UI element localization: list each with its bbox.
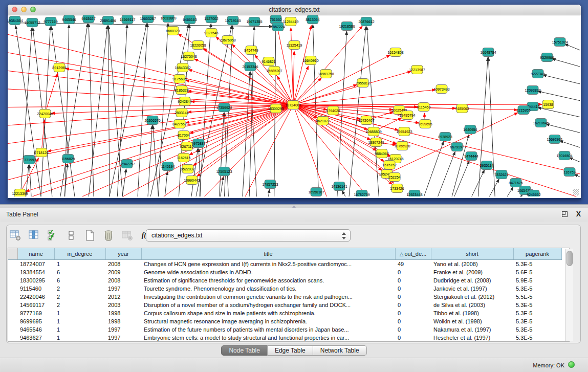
column-header-short[interactable]: short [431, 248, 513, 260]
graph-node[interactable]: 15720407 [358, 116, 374, 125]
graph-node[interactable]: 12213399 [12, 189, 28, 197]
table-vertical-scrollbar[interactable] [565, 249, 573, 341]
table-row[interactable]: 1872400712008Changes of HCN gene express… [8, 260, 561, 269]
table-cell[interactable]: 0 [395, 276, 431, 285]
table-cell[interactable]: 2003 [105, 301, 141, 309]
graph-node[interactable]: 14055712 [24, 18, 40, 27]
graph-node[interactable]: 20891406 [100, 16, 116, 25]
graph-node[interactable]: 1640954 [463, 125, 477, 134]
graph-node[interactable]: 8427552 [172, 120, 186, 128]
graph-node[interactable]: 10688809 [365, 127, 381, 136]
table-cell[interactable]: 5.3E-5 [513, 317, 561, 325]
table-cell[interactable]: 5.5E-5 [513, 293, 561, 301]
graph-node[interactable]: 33199 [24, 156, 35, 164]
table-cell[interactable]: 0 [395, 268, 431, 276]
network-window-titlebar[interactable]: citations_edges.txt [8, 5, 581, 15]
table-cell[interactable]: 1998 [105, 309, 141, 317]
table-cell[interactable]: 5.3E-5 [513, 285, 561, 293]
table-row[interactable]: 946554611997Estimation of the future num… [8, 325, 561, 334]
graph-node[interactable]: 16782759 [354, 190, 369, 197]
graph-node[interactable]: 17016504 [556, 151, 572, 160]
table-cell[interactable]: Investigating the contribution of common… [141, 293, 395, 301]
table-cell[interactable]: 1997 [105, 285, 141, 293]
graph-node[interactable]: 8215955 [516, 106, 530, 115]
table-cell[interactable]: 14569117 [17, 301, 54, 309]
graph-node[interactable]: 9621072 [316, 117, 330, 125]
graph-node[interactable]: 19218586 [339, 22, 355, 31]
graph-node[interactable]: 6679197 [450, 143, 464, 151]
graph-node[interactable]: 12505123 [216, 167, 232, 176]
column-header-in_degree[interactable]: in_degree [54, 248, 105, 260]
citation-network-graph[interactable]: 1938455414055712977716994655469463627208… [8, 15, 580, 196]
graph-node[interactable]: 18724007 [285, 101, 301, 110]
graph-node[interactable]: 10756928 [394, 142, 410, 150]
graph-node[interactable]: 19671355 [246, 17, 262, 26]
graph-node[interactable]: 12213987 [409, 65, 425, 74]
graph-node[interactable]: 9699695 [418, 120, 432, 128]
table-row[interactable]: 911546021997Tourette syndrome. Phenomeno… [8, 285, 561, 293]
graph-node[interactable]: 18300295 [268, 104, 284, 113]
table-cell[interactable]: Estimation of the future numbers of pati… [141, 325, 395, 334]
table-cell[interactable]: 18300295 [17, 276, 54, 285]
graph-node[interactable]: 10990443 [184, 176, 200, 185]
graph-node[interactable]: 15692931 [547, 135, 562, 144]
graph-node[interactable]: 1156829 [61, 155, 75, 163]
table-cell[interactable]: 6 [54, 268, 105, 276]
resize-grip-icon[interactable] [573, 189, 579, 195]
table-cell[interactable]: Embryonic stem cells: a model to study s… [141, 334, 395, 342]
table-cell[interactable]: 9465546 [17, 325, 54, 334]
graph-node[interactable]: 20206576 [144, 116, 160, 125]
graph-node[interactable]: 16640910 [302, 56, 318, 65]
table-row[interactable]: 1830029562008Estimation of significance … [8, 276, 561, 285]
graph-node[interactable]: 1527002 [204, 15, 218, 23]
table-cell[interactable]: 5.6E-5 [513, 268, 561, 276]
table-cell[interactable]: 5.3E-5 [513, 301, 561, 309]
graph-node[interactable]: 9522037 [181, 165, 194, 173]
table-cell[interactable]: 1998 [105, 317, 141, 325]
table-cell[interactable]: 1 [54, 325, 105, 334]
column-header-year[interactable]: year [105, 248, 141, 260]
table-cell[interactable]: Jankovic et al. (1997) [431, 285, 513, 293]
table-cell[interactable]: 0 [395, 309, 431, 317]
table-cell[interactable]: 1 [54, 309, 105, 317]
graph-node[interactable]: 11325419 [287, 41, 302, 50]
graph-node[interactable]: 14136141 [331, 182, 347, 191]
table-cell[interactable]: Genome-wide association studies in ADHD. [141, 268, 395, 276]
table-cell[interactable]: 9777169 [17, 309, 54, 317]
graph-node[interactable]: 10653287 [140, 15, 156, 23]
table-cell[interactable]: 2009 [105, 268, 141, 276]
graph-node[interactable]: 15685207 [266, 67, 282, 75]
close-panel-icon[interactable]: X [576, 210, 581, 218]
graph-node[interactable]: 7857224 [271, 23, 285, 31]
tab-network-table[interactable]: Network Table [313, 345, 367, 356]
graph-node[interactable]: 7485063 [455, 104, 469, 113]
table-cell[interactable]: 22420046 [17, 293, 54, 301]
table-row[interactable]: 1938455462009Genome-wide association stu… [8, 268, 561, 276]
graph-node[interactable]: 16275048 [181, 52, 197, 61]
table-cell[interactable]: Structural magnetic resonance image aver… [141, 317, 395, 325]
table-cell[interactable]: Yano et al. (2008) [431, 260, 513, 269]
graph-node[interactable]: 2718126 [34, 148, 48, 157]
graph-node[interactable]: 8186328 [175, 86, 188, 95]
column-header-pagerank[interactable]: pagerank [513, 248, 561, 260]
table-cell[interactable]: 1997 [105, 325, 141, 334]
graph-node[interactable]: 6466163 [183, 15, 197, 24]
graph-node[interactable]: 19654923 [396, 127, 412, 136]
graph-node[interactable]: 7832621 [494, 170, 508, 179]
graph-node[interactable]: 8454749 [244, 46, 258, 55]
graph-node[interactable]: 9175685 [172, 75, 186, 83]
table-cell[interactable]: 0 [395, 285, 431, 293]
graph-node[interactable]: 19384554 [8, 16, 23, 25]
graph-node[interactable]: 10973493 [433, 85, 449, 94]
table-cell[interactable]: 2 [54, 293, 105, 301]
tab-edge-table[interactable]: Edge Table [267, 345, 313, 356]
table-row[interactable]: 969969511998Structural magnetic resonanc… [8, 317, 561, 325]
table-cell[interactable]: 2008 [105, 276, 141, 285]
graph-node[interactable]: 18226058 [190, 41, 206, 50]
graph-node[interactable]: 16543362 [175, 63, 190, 72]
graph-node[interactable]: 9975887 [191, 139, 205, 148]
table-cell[interactable]: Changes of HCN gene expression and I(f) … [141, 260, 395, 269]
select-rows-icon[interactable] [47, 230, 58, 241]
graph-node[interactable]: 7955812 [356, 79, 369, 87]
graph-node[interactable]: 116753 [564, 168, 576, 177]
